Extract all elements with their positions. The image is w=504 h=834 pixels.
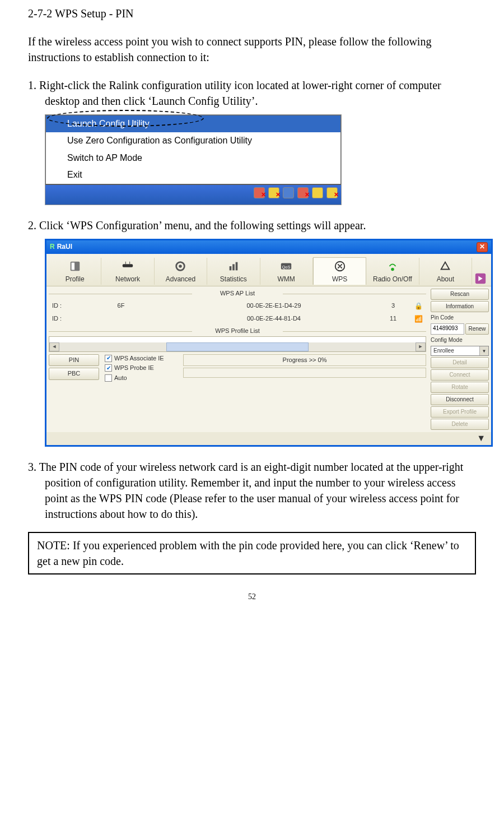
context-menu-screenshot: Launch Config Utility Use Zero Configura… <box>45 114 342 205</box>
arrow-right-icon <box>474 272 487 285</box>
delete-button[interactable]: Delete <box>431 419 489 430</box>
ap-list-title: WPS AP List <box>49 289 426 298</box>
step-number: 3. <box>28 461 36 473</box>
tab-label: WPS <box>332 275 347 283</box>
tab-label: About <box>437 275 454 283</box>
ap-row[interactable]: ID : 00-0E-2E-44-81-D4 11 📶 <box>49 313 426 326</box>
tab-label: Radio On/Off <box>373 275 412 283</box>
signal-icon: 📶 <box>406 314 423 324</box>
side-panel: Rescan Information Pin Code 41489093 Ren… <box>428 286 491 432</box>
tab-wps[interactable]: WPS <box>313 257 366 285</box>
wmm-icon: QoS <box>260 259 312 274</box>
tray-icon[interactable] <box>254 187 265 198</box>
information-button[interactable]: Information <box>431 301 489 312</box>
checkbox-label: WPS Associate IE <box>114 354 164 363</box>
toolbar-arrow[interactable] <box>472 272 489 285</box>
tab-about[interactable]: About <box>419 258 472 285</box>
section-heading: 2-7-2 WPS Setup - PIN <box>28 6 476 21</box>
tray-icon[interactable] <box>297 187 309 198</box>
auto-checkbox[interactable]: Auto <box>105 374 178 382</box>
menu-item-exit[interactable]: Exit <box>46 166 340 183</box>
taskbar <box>45 184 341 205</box>
profile-list-title: WPS Profile List <box>49 326 426 336</box>
scrollbar-thumb[interactable] <box>166 342 309 351</box>
checkbox-icon: ✔ <box>105 364 112 372</box>
tray-icon[interactable] <box>268 187 279 198</box>
expand-arrow[interactable]: ▼ <box>46 432 491 444</box>
checkbox-icon: ✔ <box>105 355 112 362</box>
tab-network[interactable]: Network <box>101 258 154 285</box>
step-text: Right-click the Ralink configuration uti… <box>39 79 441 107</box>
titlebar: R RaUI ✕ <box>46 240 491 254</box>
scroll-right-button[interactable]: ► <box>416 342 426 351</box>
export-profile-button[interactable]: Export Profile <box>431 406 489 418</box>
checkbox-label: WPS Probe IE <box>114 364 154 372</box>
status-text <box>183 368 426 378</box>
svg-point-13 <box>391 267 394 271</box>
lock-icon: 🔒 <box>406 302 423 311</box>
tab-statistics[interactable]: Statistics <box>207 258 260 285</box>
svg-rect-1 <box>71 262 74 270</box>
ap-mac: 00-0E-2E-44-81-D4 <box>167 314 380 323</box>
menu-item-ap-mode[interactable]: Switch to AP Mode <box>46 150 340 166</box>
scroll-left-button[interactable]: ◄ <box>49 342 59 351</box>
tab-radio[interactable]: Radio On/Off <box>366 258 419 285</box>
svg-rect-7 <box>229 266 231 270</box>
detail-button[interactable]: Detail <box>431 357 489 368</box>
step-number: 2. <box>28 219 36 231</box>
stats-icon <box>207 259 259 274</box>
profile-list[interactable]: ◄ ► <box>49 336 426 352</box>
tray-icon[interactable] <box>326 187 338 198</box>
checkbox-label: Auto <box>114 374 127 382</box>
svg-point-12 <box>335 261 344 271</box>
chevron-down-icon: ▼ <box>479 346 488 355</box>
wps-icon <box>314 259 366 274</box>
tray-icon[interactable] <box>312 187 323 198</box>
pbc-button[interactable]: PBC <box>49 368 99 379</box>
ap-id-label: ID : <box>52 314 74 323</box>
rotate-button[interactable]: Rotate <box>431 382 489 393</box>
svg-rect-2 <box>123 264 133 267</box>
disconnect-button[interactable]: Disconnect <box>431 394 489 405</box>
scrollbar-track[interactable] <box>59 342 416 351</box>
page-number: 52 <box>28 591 476 603</box>
menu-item-launch[interactable]: Launch Config Utility <box>46 115 340 132</box>
profile-icon <box>49 259 101 274</box>
step-1: 1. Right-click the Ralink configuration … <box>28 77 476 109</box>
connect-button[interactable]: Connect <box>431 369 489 381</box>
close-button[interactable]: ✕ <box>477 242 488 252</box>
gear-icon <box>155 259 207 274</box>
svg-rect-9 <box>235 262 237 270</box>
context-menu: Launch Config Utility Use Zero Configura… <box>45 115 341 184</box>
step-text: The PIN code of your wireless network ca… <box>39 461 464 520</box>
radio-icon <box>366 259 418 274</box>
svg-text:QoS: QoS <box>282 264 291 269</box>
ap-id-label: ID : <box>52 302 74 310</box>
tab-label: Profile <box>66 275 85 283</box>
note-box: NOTE: If you experienced problem with th… <box>28 532 476 574</box>
tab-label: Statistics <box>220 275 247 283</box>
pin-button[interactable]: PIN <box>49 354 99 366</box>
renew-button[interactable]: Renew <box>465 323 489 335</box>
menu-item-zero-config[interactable]: Use Zero Configuration as Configuration … <box>46 132 340 149</box>
tab-wmm[interactable]: QoS WMM <box>260 258 313 285</box>
ap-row[interactable]: ID : 6F 00-0E-2E-E1-D4-29 3 🔒 <box>49 300 426 313</box>
wps-associate-checkbox[interactable]: ✔ WPS Associate IE <box>105 354 178 363</box>
tab-advanced[interactable]: Advanced <box>155 258 207 285</box>
about-icon <box>419 259 472 274</box>
window-title: RaUI <box>57 242 72 252</box>
ap-list: ID : 6F 00-0E-2E-E1-D4-29 3 🔒 ID : 00-0E… <box>49 299 426 327</box>
config-mode-select[interactable]: Enrollee ▼ <box>431 346 489 356</box>
pin-code-value: 41489093 <box>431 323 464 335</box>
raui-window: R RaUI ✕ Profile Network Advanced <box>45 239 493 447</box>
network-icon <box>101 259 153 274</box>
step-number: 1. <box>28 79 36 91</box>
tray-icon[interactable] <box>283 187 294 198</box>
wps-probe-checkbox[interactable]: ✔ WPS Probe IE <box>105 364 178 372</box>
svg-rect-8 <box>232 264 235 270</box>
tab-profile[interactable]: Profile <box>49 258 101 285</box>
rescan-button[interactable]: Rescan <box>431 289 489 300</box>
select-value: Enrollee <box>431 346 479 355</box>
checkbox-icon <box>105 374 112 382</box>
svg-point-6 <box>179 265 183 268</box>
